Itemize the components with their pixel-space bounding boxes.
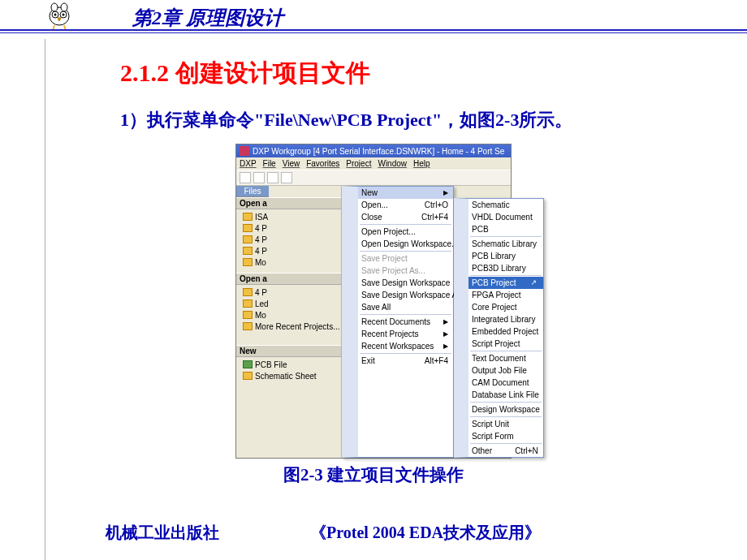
- menu-window[interactable]: Window: [378, 159, 407, 168]
- new-text-doc[interactable]: Text Document: [468, 352, 543, 364]
- list-item[interactable]: 4 P: [255, 235, 267, 244]
- new-pcb[interactable]: PCB: [468, 223, 543, 235]
- file-recent-docs[interactable]: Recent Documents▶: [358, 316, 453, 328]
- file-save-project-as: Save Project As...: [358, 265, 453, 277]
- screenshot-dxp-window: DXP Workgroup [4 Port Serial Interface.D…: [235, 144, 512, 459]
- slide-header: 第2章 原理图设计: [0, 0, 747, 32]
- menu-help[interactable]: Help: [413, 159, 430, 168]
- files-panel: Files Open a ISA 4 P 4 P 4 P Mo Open a 4…: [236, 186, 342, 458]
- new-vhdl[interactable]: VHDL Document: [468, 211, 543, 223]
- new-schematic[interactable]: Schematic Sheet: [255, 372, 317, 381]
- file-close[interactable]: CloseCtrl+F4: [358, 211, 453, 223]
- file-recent-projects[interactable]: Recent Projects▶: [358, 328, 453, 340]
- svg-point-5: [54, 14, 57, 16]
- app-icon: [240, 146, 249, 156]
- files-tab[interactable]: Files: [236, 186, 269, 197]
- new-output-job[interactable]: Output Job File: [468, 364, 543, 377]
- step-instruction: 1）执行菜单命令"File\New\PCB Project"，如图2-3所示。: [120, 108, 747, 132]
- new-pcb3d-lib[interactable]: PCB3D Library: [468, 262, 543, 274]
- new-submenu: Schematic VHDL Document PCB Schematic Li…: [454, 198, 544, 458]
- list-item[interactable]: ISA: [255, 213, 268, 222]
- new-pcb-file[interactable]: PCB File: [255, 360, 287, 369]
- menu-favorites[interactable]: Favorites: [306, 159, 339, 168]
- file-recent-workspaces[interactable]: Recent Workspaces▶: [358, 340, 453, 352]
- owl-icon: [45, 2, 74, 32]
- chapter-title: 第2章 原理图设计: [132, 5, 283, 32]
- file-exit[interactable]: ExitAlt+F4: [358, 355, 453, 367]
- file-save-all[interactable]: Save All: [358, 301, 453, 313]
- file-save-project: Save Project: [358, 252, 453, 265]
- list-item[interactable]: 4 P: [255, 224, 267, 233]
- header-rule-2: [0, 32, 747, 33]
- list-item[interactable]: 4 P: [255, 288, 267, 297]
- list-item[interactable]: 4 P: [255, 247, 267, 256]
- svg-point-1: [51, 3, 58, 11]
- figure-caption: 图2-3 建立项目文件操作: [0, 463, 747, 486]
- window-body: Files Open a ISA 4 P 4 P 4 P Mo Open a 4…: [236, 186, 511, 458]
- new-core-project[interactable]: Core Project: [468, 301, 543, 313]
- toolbar-icon[interactable]: [253, 172, 265, 183]
- file-save-workspace-as[interactable]: Save Design Workspace As...: [358, 289, 453, 301]
- new-embedded[interactable]: Embedded Project: [468, 325, 543, 338]
- window-title: DXP Workgroup [4 Port Serial Interface.D…: [253, 147, 504, 156]
- open-doc-header: Open a: [236, 197, 341, 209]
- more-recent[interactable]: More Recent Projects...: [255, 322, 339, 331]
- new-header: New: [236, 345, 341, 357]
- new-fpga-project[interactable]: FPGA Project: [468, 289, 543, 301]
- new-db-link[interactable]: Database Link File: [468, 389, 543, 401]
- menu-file[interactable]: File: [263, 159, 276, 168]
- footer: 机械工业出版社 《Protel 2004 EDA技术及应用》: [0, 522, 747, 544]
- list-item[interactable]: Led: [255, 299, 269, 308]
- list-item[interactable]: Mo: [255, 311, 266, 320]
- list-item[interactable]: Mo: [255, 258, 266, 267]
- slide: 第2章 原理图设计 2.1.2 创建设计项目文件 1）执行菜单命令"File\N…: [0, 0, 747, 560]
- menu-project[interactable]: Project: [346, 159, 371, 168]
- menubar: DXP File View Favorites Project Window H…: [236, 157, 511, 170]
- svg-point-2: [61, 3, 67, 11]
- menu-view[interactable]: View: [283, 159, 300, 168]
- toolbar-icon[interactable]: [267, 172, 279, 183]
- file-open[interactable]: Open...Ctrl+O: [358, 199, 453, 211]
- file-menu: New▶ Open...Ctrl+O CloseCtrl+F4 Open Pro…: [342, 186, 454, 458]
- toolbar: [236, 170, 511, 186]
- new-schematic[interactable]: Schematic: [468, 199, 543, 211]
- new-sch-lib[interactable]: Schematic Library: [468, 238, 543, 250]
- new-design-workspace[interactable]: Design Workspace: [468, 403, 543, 416]
- new-cam-doc[interactable]: CAM Document: [468, 377, 543, 389]
- new-pcb-lib[interactable]: PCB Library: [468, 250, 543, 262]
- new-integrated-lib[interactable]: Integrated Library: [468, 313, 543, 325]
- book-title: 《Protel 2004 EDA技术及应用》: [310, 522, 541, 544]
- header-rule: [0, 29, 747, 31]
- new-script-unit[interactable]: Script Unit: [468, 418, 543, 430]
- new-script-form[interactable]: Script Form: [468, 430, 543, 442]
- file-new[interactable]: New▶: [358, 187, 453, 199]
- toolbar-icon[interactable]: [281, 172, 292, 183]
- open-proj-header: Open a: [236, 273, 341, 285]
- new-pcb-project[interactable]: PCB Project: [468, 277, 543, 289]
- new-script-project[interactable]: Script Project: [468, 338, 543, 350]
- toolbar-icon[interactable]: [240, 172, 251, 183]
- file-open-workspace[interactable]: Open Design Workspace...: [358, 238, 453, 250]
- left-divider: [45, 39, 45, 560]
- section-title: 2.1.2 创建设计项目文件: [120, 57, 747, 90]
- file-save-workspace[interactable]: Save Design Workspace: [358, 277, 453, 289]
- publisher: 机械工业出版社: [106, 522, 219, 544]
- svg-point-6: [63, 14, 65, 16]
- new-other[interactable]: OtherCtrl+N: [468, 445, 543, 457]
- window-titlebar: DXP Workgroup [4 Port Serial Interface.D…: [236, 144, 511, 157]
- file-open-project[interactable]: Open Project...: [358, 226, 453, 238]
- menu-dxp[interactable]: DXP: [240, 159, 257, 168]
